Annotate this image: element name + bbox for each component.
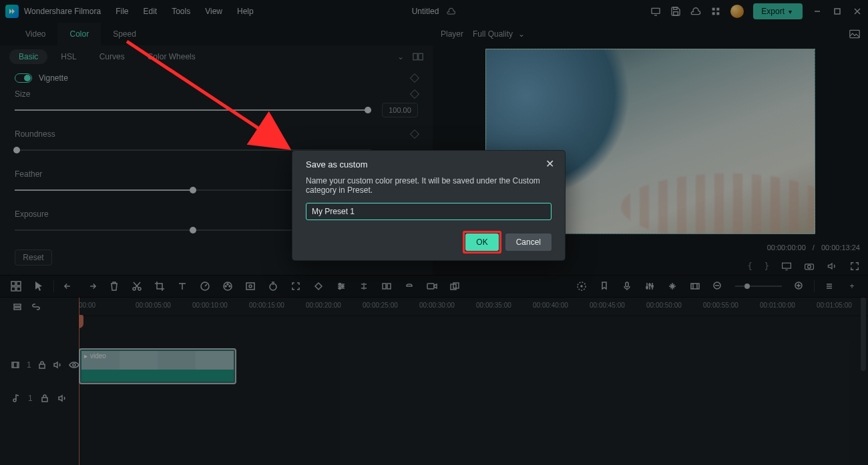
mark-in-icon[interactable]: { (748, 262, 752, 271)
subtab-curves[interactable]: Curves (90, 49, 134, 64)
display-icon[interactable] (650, 6, 661, 17)
menu-file[interactable]: File (116, 7, 128, 16)
time-duration: 00:00:13:24 (821, 244, 860, 252)
chevron-down-icon[interactable]: ⌄ (395, 51, 406, 62)
adjust-icon[interactable] (336, 281, 347, 292)
audio-mixer-icon[interactable] (644, 281, 655, 292)
feather-label: Feather (15, 169, 42, 179)
detach-icon[interactable] (381, 281, 392, 292)
cut-icon[interactable] (132, 281, 142, 292)
svg-point-16 (808, 265, 811, 268)
subtab-basic[interactable]: Basic (9, 49, 47, 64)
vignette-toggle[interactable] (15, 73, 32, 83)
keyframe-icon[interactable] (410, 89, 419, 99)
audio-track-number: 1 (28, 394, 33, 403)
list-icon[interactable] (824, 281, 835, 292)
cloud-icon[interactable] (690, 6, 701, 17)
zoom-in-icon[interactable] (794, 281, 805, 292)
cursor-icon[interactable] (33, 281, 44, 292)
zoom-out-icon[interactable] (712, 281, 723, 292)
close-icon[interactable]: ✕ (546, 159, 554, 169)
group-icon[interactable] (449, 281, 460, 292)
user-avatar[interactable] (730, 5, 744, 18)
svg-rect-34 (383, 284, 386, 289)
redo-icon[interactable] (86, 281, 97, 292)
timeline-ruler[interactable]: 00:0000:00:05:0000:00:10:0000:00:15:0000… (79, 298, 868, 316)
text-icon[interactable] (177, 281, 188, 292)
lock-icon[interactable] (38, 360, 46, 370)
frame-icon[interactable] (690, 281, 700, 292)
time-current: 00:00:00:00 (767, 244, 806, 252)
svg-rect-3 (712, 8, 715, 11)
record-icon[interactable] (427, 281, 437, 292)
audio-track-header: 1 (0, 382, 78, 415)
zoom-slider[interactable] (735, 286, 782, 287)
split-icon[interactable] (359, 281, 369, 292)
link-toggle-icon[interactable] (31, 302, 41, 312)
window-minimize-icon[interactable] (812, 6, 823, 17)
fullscreen-icon[interactable] (849, 261, 860, 272)
keyframe-tool-icon[interactable] (313, 281, 324, 292)
ok-button[interactable]: OK (465, 234, 498, 251)
timeline-tracks[interactable]: 00:0000:00:05:0000:00:10:0000:00:15:0000… (79, 298, 868, 465)
menu-help[interactable]: Help (237, 7, 254, 16)
timeline-scrollbar[interactable] (860, 298, 867, 462)
mark-out-icon[interactable]: } (765, 262, 769, 271)
mic-icon[interactable] (622, 281, 632, 292)
ruler-tick: 00:00 (79, 302, 95, 309)
svg-rect-12 (419, 53, 423, 60)
camera-icon[interactable] (804, 261, 815, 272)
tab-speed[interactable]: Speed (101, 23, 148, 45)
mute-icon[interactable] (53, 360, 62, 370)
keyframe-icon[interactable] (410, 129, 419, 139)
cloud-sync-icon[interactable] (445, 6, 456, 17)
quality-dropdown[interactable]: Full Quality ⌄ (473, 29, 525, 39)
lock-icon[interactable] (39, 393, 50, 404)
size-slider[interactable] (15, 105, 371, 115)
menu-edit[interactable]: Edit (144, 7, 158, 16)
playhead-handle[interactable] (79, 315, 83, 328)
snapshot-icon[interactable] (849, 29, 860, 39)
keyframe-icon[interactable] (410, 73, 419, 83)
preset-name-input[interactable] (306, 203, 552, 220)
apps-icon[interactable] (710, 6, 721, 17)
display-monitor-icon[interactable] (781, 261, 792, 272)
color-icon[interactable] (222, 281, 233, 292)
subtab-color-wheels[interactable]: Color Wheels (138, 49, 205, 64)
export-button[interactable]: Export ▾ (753, 3, 803, 19)
link-icon[interactable] (404, 281, 415, 292)
crop-icon[interactable] (154, 281, 165, 292)
mixer-icon[interactable] (576, 281, 587, 292)
svg-rect-48 (14, 304, 21, 306)
param-size: Size 100.00 (15, 89, 418, 117)
tab-color[interactable]: Color (57, 23, 101, 45)
layout-icon[interactable] (11, 281, 21, 292)
mute-icon[interactable] (57, 393, 67, 404)
menu-tools[interactable]: Tools (172, 7, 190, 16)
cancel-button[interactable]: Cancel (505, 234, 552, 251)
undo-icon[interactable] (63, 281, 74, 292)
eye-icon[interactable] (69, 360, 79, 370)
window-maximize-icon[interactable] (832, 6, 843, 17)
menu-view[interactable]: View (205, 7, 222, 16)
compare-icon[interactable] (413, 51, 423, 62)
video-clip[interactable]: ▸video (79, 348, 236, 384)
tab-video[interactable]: Video (13, 23, 57, 45)
save-icon[interactable] (670, 6, 681, 17)
snap-icon[interactable] (667, 281, 678, 292)
volume-icon[interactable] (827, 261, 837, 272)
window-close-icon[interactable] (852, 6, 863, 17)
track-manage-icon[interactable] (12, 302, 23, 312)
timer-icon[interactable] (268, 281, 278, 292)
greenscreen-icon[interactable] (245, 281, 256, 292)
reset-button[interactable]: Reset (15, 250, 52, 266)
add-icon[interactable]: + (847, 281, 857, 292)
subtab-hsl[interactable]: HSL (51, 49, 85, 64)
marker-icon[interactable] (599, 281, 610, 292)
vignette-label: Vignette (39, 73, 68, 83)
svg-rect-20 (17, 287, 21, 291)
delete-icon[interactable] (109, 281, 120, 292)
speed-icon[interactable] (200, 281, 210, 292)
size-value[interactable]: 100.00 (382, 103, 418, 117)
focus-icon[interactable] (290, 281, 301, 292)
